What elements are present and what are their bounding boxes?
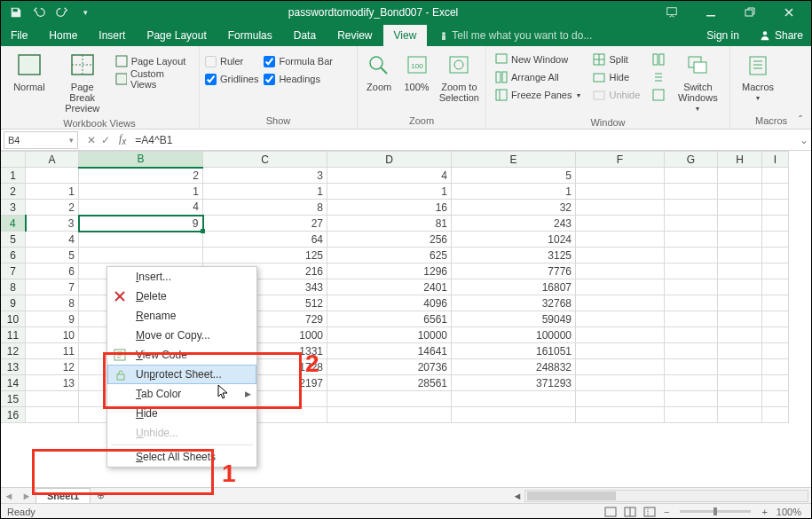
cell-I8[interactable] — [762, 279, 789, 295]
cell-F15[interactable] — [576, 391, 665, 407]
reset-window-button[interactable] — [649, 87, 668, 103]
cell-E5[interactable]: 1024 — [452, 232, 576, 248]
share-button[interactable]: Share — [750, 25, 812, 46]
cell-D7[interactable]: 1296 — [327, 263, 452, 279]
cell-A8[interactable]: 7 — [26, 279, 79, 295]
cell-G11[interactable] — [665, 327, 718, 343]
cell-H10[interactable] — [718, 311, 762, 327]
cell-B6[interactable] — [79, 248, 203, 263]
expand-formula-bar-icon[interactable]: ⌄ — [796, 134, 812, 146]
cell-E1[interactable]: 5 — [452, 168, 576, 184]
cell-D6[interactable]: 625 — [327, 248, 452, 263]
sheet-nav-next-icon[interactable]: ► — [18, 491, 35, 501]
cell-D13[interactable]: 20736 — [327, 359, 452, 375]
side-by-side-button[interactable] — [649, 51, 668, 67]
cell-I13[interactable] — [762, 359, 789, 375]
tab-review[interactable]: Review — [327, 25, 382, 46]
cell-F4[interactable] — [576, 216, 665, 232]
cell-F10[interactable] — [576, 311, 665, 327]
cell-G2[interactable] — [665, 184, 718, 200]
cell-G5[interactable] — [665, 232, 718, 248]
gridlines-checkbox[interactable]: Gridlines — [205, 71, 258, 87]
page-break-preview-button[interactable]: Page Break Preview — [59, 50, 106, 114]
row-header-9[interactable]: 9 — [1, 295, 26, 311]
row-header-5[interactable]: 5 — [1, 232, 26, 248]
fx-icon[interactable]: fx — [119, 132, 131, 146]
cell-C6[interactable]: 125 — [203, 248, 327, 263]
col-header-I[interactable]: I — [762, 152, 789, 168]
cell-D1[interactable]: 4 — [327, 168, 452, 184]
cell-F2[interactable] — [576, 184, 665, 200]
cell-H14[interactable] — [718, 375, 762, 391]
cancel-formula-icon[interactable]: ✕ — [87, 134, 96, 146]
cell-A3[interactable]: 2 — [26, 200, 79, 216]
cell-G12[interactable] — [665, 343, 718, 359]
cell-C5[interactable]: 64 — [203, 232, 327, 248]
cell-B5[interactable] — [79, 232, 203, 248]
cell-H12[interactable] — [718, 343, 762, 359]
cell-A6[interactable]: 5 — [26, 248, 79, 263]
cell-A4[interactable]: 3 — [26, 216, 79, 232]
row-header-15[interactable]: 15 — [1, 391, 26, 407]
cell-F5[interactable] — [576, 232, 665, 248]
cell-A12[interactable]: 11 — [26, 343, 79, 359]
save-icon[interactable] — [9, 5, 23, 20]
cell-G10[interactable] — [665, 311, 718, 327]
cell-F7[interactable] — [576, 263, 665, 279]
tell-me-search[interactable]: Tell me what you want to do... — [427, 25, 696, 46]
ribbon-options-icon[interactable] — [654, 0, 690, 25]
cell-D3[interactable]: 16 — [327, 200, 452, 216]
cell-F11[interactable] — [576, 327, 665, 343]
cell-E8[interactable]: 16807 — [452, 279, 576, 295]
cell-H6[interactable] — [718, 248, 762, 263]
cell-G15[interactable] — [665, 391, 718, 407]
row-header-3[interactable]: 3 — [1, 200, 26, 216]
cell-A14[interactable]: 13 — [26, 375, 79, 391]
zoom-to-selection-button[interactable]: Zoom to Selection — [438, 50, 480, 103]
cell-D10[interactable]: 6561 — [327, 311, 452, 327]
arrange-all-button[interactable]: Arrange All — [492, 69, 584, 85]
col-header-F[interactable]: F — [576, 152, 665, 168]
row-header-13[interactable]: 13 — [1, 359, 26, 375]
cell-A15[interactable] — [26, 391, 79, 407]
cell-F6[interactable] — [576, 248, 665, 263]
cell-D12[interactable]: 14641 — [327, 343, 452, 359]
cm-rename[interactable]: Rename — [107, 306, 256, 326]
cell-H8[interactable] — [718, 279, 762, 295]
add-sheet-icon[interactable]: ⊕ — [91, 490, 110, 501]
cell-E9[interactable]: 32768 — [452, 295, 576, 311]
cell-H13[interactable] — [718, 359, 762, 375]
cm-select-all-sheets[interactable]: Select All Sheets — [107, 447, 256, 467]
cell-F16[interactable] — [576, 407, 665, 423]
cell-I4[interactable] — [762, 216, 789, 232]
row-header-14[interactable]: 14 — [1, 375, 26, 391]
cell-E2[interactable]: 1 — [452, 184, 576, 200]
cell-E12[interactable]: 161051 — [452, 343, 576, 359]
zoom-slider[interactable] — [680, 510, 751, 513]
cell-E16[interactable] — [452, 407, 576, 423]
cell-B2[interactable]: 1 — [79, 184, 203, 200]
zoom-100-button[interactable]: 100 100% — [400, 50, 432, 92]
view-normal-icon[interactable] — [602, 506, 619, 518]
col-header-G[interactable]: G — [665, 152, 718, 168]
formula-bar-checkbox[interactable]: Formula Bar — [264, 53, 333, 69]
cm-delete[interactable]: Delete — [107, 287, 256, 306]
cell-A7[interactable]: 6 — [26, 263, 79, 279]
cell-D15[interactable] — [327, 391, 452, 407]
cell-G14[interactable] — [665, 375, 718, 391]
cell-D4[interactable]: 81 — [327, 216, 452, 232]
cell-E13[interactable]: 248832 — [452, 359, 576, 375]
scrollbar-thumb[interactable] — [527, 491, 616, 500]
sheet-nav-prev-icon[interactable]: ◄ — [0, 491, 18, 501]
cell-I14[interactable] — [762, 375, 789, 391]
cell-D16[interactable] — [327, 407, 452, 423]
cell-E3[interactable]: 32 — [452, 200, 576, 216]
cell-I16[interactable] — [762, 407, 789, 423]
tab-view[interactable]: View — [383, 25, 428, 46]
cell-G4[interactable] — [665, 216, 718, 232]
hide-window-button[interactable]: Hide — [589, 69, 643, 85]
macros-button[interactable]: Macros ▾ — [736, 50, 780, 102]
horizontal-scrollbar[interactable]: ◄ ► — [524, 490, 808, 502]
row-header-11[interactable]: 11 — [1, 327, 26, 343]
cell-G9[interactable] — [665, 295, 718, 311]
